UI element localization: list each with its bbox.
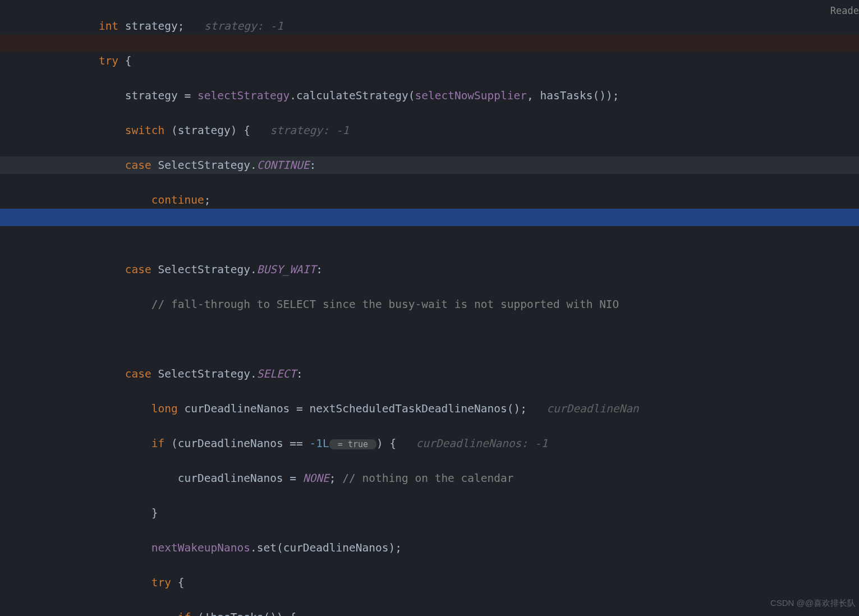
code-line[interactable]: case SelectStrategy.SELECT: bbox=[0, 365, 859, 383]
debug-inline-value: = true bbox=[329, 439, 376, 449]
code-line[interactable]: } bbox=[0, 504, 859, 522]
code-line[interactable]: long curDeadlineNanos = nextScheduledTas… bbox=[0, 400, 859, 417]
code-line[interactable]: if (!hasTasks()) { bbox=[0, 609, 859, 616]
code-line[interactable]: case SelectStrategy.BUSY_WAIT: bbox=[0, 261, 859, 278]
watermark: CSDN @@喜欢排长队 bbox=[770, 594, 856, 612]
code-line[interactable]: switch (strategy) { strategy: -1 bbox=[0, 122, 859, 139]
code-line[interactable]: strategy = selectStrategy.calculateStrat… bbox=[0, 87, 859, 104]
code-line[interactable]: if (curDeadlineNanos == -1L = true ) { c… bbox=[0, 435, 859, 452]
inlay-hint: curDeadlineNanos: -1 bbox=[416, 437, 548, 450]
inlay-hint: curDeadlineNan bbox=[546, 402, 638, 415]
inlay-hint: strategy: -1 bbox=[270, 124, 349, 137]
code-line[interactable] bbox=[0, 330, 859, 348]
code-line[interactable]: try { bbox=[0, 52, 859, 70]
code-line[interactable]: // fall-through to SELECT since the busy… bbox=[0, 296, 859, 313]
code-line[interactable]: continue; bbox=[0, 191, 859, 209]
code-line[interactable]: int strategy; strategy: -1 bbox=[0, 17, 859, 35]
inlay-hint: strategy: -1 bbox=[204, 20, 283, 33]
code-editor[interactable]: int strategy; strategy: -1 try { strateg… bbox=[0, 0, 859, 616]
code-line[interactable]: curDeadlineNanos = NONE; // nothing on t… bbox=[0, 470, 859, 487]
code-line[interactable]: case SelectStrategy.CONTINUE: bbox=[0, 157, 859, 174]
code-line[interactable] bbox=[0, 226, 859, 243]
code-line[interactable]: nextWakeupNanos.set(curDeadlineNanos); bbox=[0, 539, 859, 557]
reader-mode-hint: Reade bbox=[830, 2, 859, 20]
code-line[interactable]: try { bbox=[0, 574, 859, 591]
